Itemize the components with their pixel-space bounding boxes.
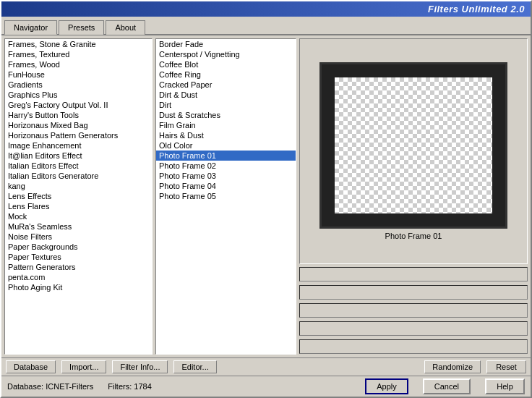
list-item[interactable]: Lens Flares bbox=[5, 201, 152, 211]
category-list[interactable]: Frames, Stone & Granite Frames, Textured… bbox=[5, 39, 152, 354]
filter-item[interactable]: Photo Frame 05 bbox=[156, 191, 296, 201]
filter-item[interactable]: Coffee Blot bbox=[156, 59, 296, 69]
tab-presets[interactable]: Presets bbox=[59, 20, 104, 35]
list-item[interactable]: Italian Editors Generatore bbox=[5, 171, 152, 181]
status-database: Database: ICNET-Filters bbox=[7, 382, 93, 391]
list-item[interactable]: Paper Textures bbox=[5, 252, 152, 262]
filter-item[interactable]: Dust & Scratches bbox=[156, 110, 296, 120]
list-item[interactable]: Horizonaus Pattern Generators bbox=[5, 130, 152, 140]
filter-list[interactable]: Border Fade Centerspot / Vignetting Coff… bbox=[156, 39, 296, 354]
filter-item-photo-frame-01[interactable]: Photo Frame 01 bbox=[156, 151, 296, 161]
main-window: Filters Unlimited 2.0 Navigator Presets … bbox=[0, 0, 532, 398]
title-bar: Filters Unlimited 2.0 bbox=[1, 1, 531, 17]
list-item[interactable]: Italian Editors Effect bbox=[5, 161, 152, 171]
slider-row-5 bbox=[299, 339, 528, 355]
list-item[interactable]: kang bbox=[5, 181, 152, 191]
list-item[interactable]: Gradients bbox=[5, 80, 152, 90]
filter-info-button[interactable]: Filter Info... bbox=[112, 360, 168, 373]
filter-item[interactable]: Dirt & Dust bbox=[156, 90, 296, 100]
preview-container: Photo Frame 01 bbox=[299, 38, 528, 264]
slider-row-4 bbox=[299, 321, 528, 336]
list-item[interactable]: Graphics Plus bbox=[5, 90, 152, 100]
filter-item[interactable]: Border Fade bbox=[156, 39, 296, 49]
database-value: ICNET-Filters bbox=[46, 382, 93, 391]
filters-value: 1784 bbox=[134, 382, 151, 391]
filter-item[interactable]: Cracked Paper bbox=[156, 80, 296, 90]
filter-item[interactable]: Film Grain bbox=[156, 120, 296, 130]
list-item[interactable]: MuRa's Seamless bbox=[5, 221, 152, 232]
filter-item[interactable]: Dirt bbox=[156, 100, 296, 110]
tab-about[interactable]: About bbox=[106, 20, 145, 35]
right-panel: Photo Frame 01 bbox=[299, 38, 528, 355]
tab-navigator[interactable]: Navigator bbox=[4, 20, 57, 35]
filter-item[interactable]: Centerspot / Vignetting bbox=[156, 49, 296, 59]
import-button[interactable]: Import... bbox=[61, 360, 106, 373]
status-filters: Filters: 1784 bbox=[108, 382, 152, 391]
list-item[interactable]: Greg's Factory Output Vol. II bbox=[5, 100, 152, 110]
filter-item[interactable]: Coffee Ring bbox=[156, 69, 296, 80]
database-label: Database: bbox=[7, 382, 43, 391]
main-content: Frames, Stone & Granite Frames, Textured… bbox=[1, 35, 531, 357]
list-item[interactable]: Image Enhancement bbox=[5, 140, 152, 151]
reset-button[interactable]: Reset bbox=[486, 360, 526, 373]
apply-button[interactable]: Apply bbox=[365, 378, 408, 394]
status-bar: Database: ICNET-Filters Filters: 1784 Ap… bbox=[1, 376, 531, 397]
category-panel: Frames, Stone & Granite Frames, Textured… bbox=[4, 38, 153, 355]
filter-item[interactable]: Old Color bbox=[156, 140, 296, 151]
list-item[interactable]: It@lian Editors Effect bbox=[5, 151, 152, 161]
help-button[interactable]: Help bbox=[485, 378, 525, 394]
list-item[interactable]: Frames, Wood bbox=[5, 59, 152, 69]
list-item[interactable]: Pattern Generators bbox=[5, 262, 152, 272]
list-item[interactable]: Harry's Button Tools bbox=[5, 110, 152, 120]
filter-item[interactable]: Photo Frame 02 bbox=[156, 161, 296, 171]
cancel-button[interactable]: Cancel bbox=[423, 378, 471, 394]
list-item[interactable]: Paper Backgrounds bbox=[5, 242, 152, 252]
bottom-toolbar: Database Import... Filter Info... Editor… bbox=[1, 357, 531, 376]
preview-label: Photo Frame 01 bbox=[385, 232, 442, 240]
list-item[interactable]: penta.com bbox=[5, 272, 152, 282]
list-item[interactable]: Noise Filters bbox=[5, 232, 152, 242]
slider-4[interactable] bbox=[299, 321, 528, 336]
filter-item[interactable]: Hairs & Dust bbox=[156, 130, 296, 140]
preview-image bbox=[319, 62, 507, 229]
slider-3[interactable] bbox=[299, 303, 528, 318]
title-text: Filters Unlimited 2.0 bbox=[428, 4, 525, 14]
tab-bar: Navigator Presets About bbox=[1, 17, 531, 35]
slider-2[interactable] bbox=[299, 285, 528, 300]
slider-1[interactable] bbox=[299, 267, 528, 281]
list-item[interactable]: FunHouse bbox=[5, 69, 152, 80]
slider-row-1 bbox=[299, 266, 528, 282]
filter-item[interactable]: Photo Frame 03 bbox=[156, 171, 296, 181]
slider-5[interactable] bbox=[299, 339, 528, 354]
slider-row-3 bbox=[299, 302, 528, 318]
slider-row-2 bbox=[299, 284, 528, 300]
list-item[interactable]: Lens Effects bbox=[5, 191, 152, 201]
filter-panel: Border Fade Centerspot / Vignetting Coff… bbox=[155, 38, 296, 355]
list-item[interactable]: Mock bbox=[5, 211, 152, 221]
list-item[interactable]: Photo Aging Kit bbox=[5, 282, 152, 292]
list-item[interactable]: Frames, Textured bbox=[5, 49, 152, 59]
filters-label: Filters: bbox=[108, 382, 132, 391]
editor-button[interactable]: Editor... bbox=[173, 360, 216, 373]
randomize-button[interactable]: Randomize bbox=[424, 360, 481, 373]
database-button[interactable]: Database bbox=[6, 360, 56, 373]
list-item[interactable]: Frames, Stone & Granite bbox=[5, 39, 152, 49]
filter-item[interactable]: Photo Frame 04 bbox=[156, 181, 296, 191]
list-item[interactable]: Horizonaus Mixed Bag bbox=[5, 120, 152, 130]
